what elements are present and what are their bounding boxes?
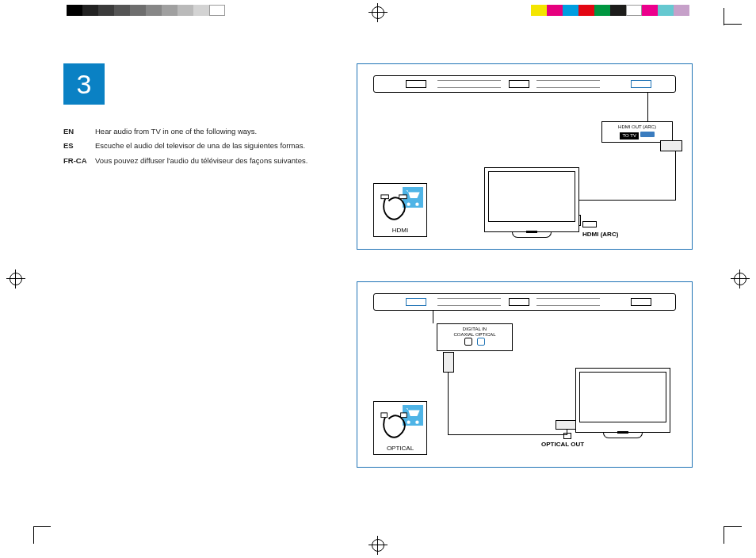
callout-text: HDMI OUT (ARC) [605,124,669,130]
cable-product-optical: OPTICAL [373,401,427,455]
svg-rect-3 [401,413,407,418]
diagram-optical: DIGITAL IN COAXIAL OPTICAL OPTICAL OUT [357,281,693,468]
instruction-row: ES Escuche el audio del televisor de una… [63,141,325,151]
instruction-row: EN Hear audio from TV in one of the foll… [63,127,325,136]
cable-coil-icon [379,411,410,441]
callout-text: TO TV [620,132,638,140]
hdmi-connector-icon [660,140,682,151]
soundbar-icon [373,75,676,93]
lang-code: ES [63,141,95,151]
printer-color-bar-color [531,5,689,16]
port-callout-optical: DIGITAL IN COAXIAL OPTICAL [437,323,513,351]
step-number-badge: 3 [63,63,105,105]
callout-text: COAXIAL OPTICAL [441,332,509,338]
registration-mark-icon [731,269,750,289]
diagram-hdmi: HDMI OUT (ARC) TO TV HDMI (ARC) [357,63,693,250]
callout-text: DIGITAL IN [441,327,509,332]
registration-mark-icon [6,269,25,289]
cable-label: HDMI [374,227,426,234]
printer-color-bar-grayscale [67,5,225,16]
lang-code: EN [63,127,95,136]
lang-text: Escuche el audio del televisor de una de… [95,141,325,151]
svg-rect-0 [381,195,389,199]
instruction-text-block: EN Hear audio from TV in one of the foll… [63,127,325,166]
registration-mark-icon [368,3,388,22]
svg-rect-2 [381,413,388,418]
lang-text: Hear audio from TV in one of the followi… [95,127,325,136]
instruction-row: FR-CA Vous pouvez diffuser l'audio du té… [63,156,325,166]
tv-hdmi-port-icon [582,221,597,227]
tv-icon [484,167,579,232]
port-label: HDMI (ARC) [582,231,618,238]
cable-label: OPTICAL [374,445,426,452]
optical-connector-icon [443,352,454,373]
soundbar-icon [373,293,676,311]
port-label: OPTICAL OUT [541,441,584,448]
cable-coil-icon [379,193,410,224]
tv-optical-port-icon [563,433,571,439]
optical-connector-icon [556,420,578,430]
cable-product-hdmi: HDMI [373,183,427,237]
tv-icon [575,368,670,433]
registration-mark-icon [368,536,388,555]
svg-rect-1 [399,195,407,199]
lang-code: FR-CA [63,156,95,166]
lang-text: Vous pouvez diffuser l'audio du télévise… [95,156,325,166]
